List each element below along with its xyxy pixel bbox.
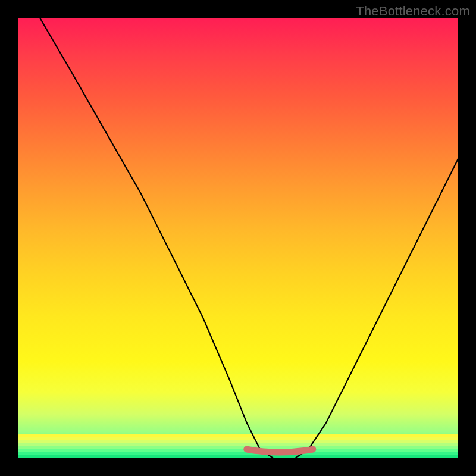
curve-svg [18, 18, 458, 458]
bottom-marker [247, 449, 313, 452]
chart-frame: TheBottleneck.com [0, 0, 476, 476]
bottleneck-curve [40, 18, 458, 458]
plot-area [18, 18, 458, 458]
watermark-text: TheBottleneck.com [356, 4, 470, 19]
